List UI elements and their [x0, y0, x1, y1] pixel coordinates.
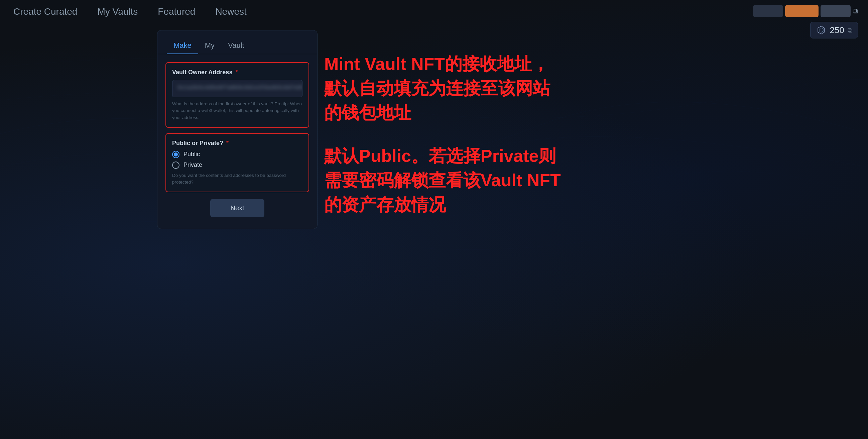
expand-icon[interactable]: ⧉ — [852, 7, 858, 16]
nft-external-link-icon[interactable]: ⧉ — [847, 26, 852, 34]
radio-private[interactable]: Private — [172, 162, 303, 169]
card-tabs: Make My Vault — [157, 30, 317, 54]
vault-owner-hint: What is the address of the first owner o… — [172, 100, 303, 121]
nav-newest[interactable]: Newest — [215, 6, 246, 17]
radio-private-label: Private — [184, 162, 202, 169]
wallet-area: ⧉ — [753, 5, 858, 17]
nft-score-value: 250 — [830, 25, 844, 35]
wallet-button-1[interactable] — [753, 5, 783, 17]
vault-owner-input[interactable]: 0x1a2b3c4d5e6f7a8b9c0d1e2f3a4b5c6d7e8f — [172, 80, 303, 97]
wallet-button-2[interactable] — [785, 5, 818, 17]
required-star-address: * — [234, 69, 238, 76]
radio-public[interactable]: Public — [172, 151, 303, 158]
wallet-buttons: ⧉ — [753, 5, 858, 17]
vault-owner-label: Vault Owner Address * — [172, 69, 303, 76]
svg-marker-1 — [819, 28, 823, 32]
next-button-wrapper: Next — [165, 199, 309, 221]
wallet-button-3[interactable] — [820, 5, 850, 17]
tab-make[interactable]: Make — [167, 37, 198, 54]
annotation-address: Mint Vault NFT的接收地址，默认自动填充为连接至该网站的钱包地址 — [324, 52, 558, 125]
radio-public-label: Public — [184, 151, 200, 158]
visibility-section: Public or Private? * Public Private Do y… — [165, 133, 309, 193]
nav-featured[interactable]: Featured — [158, 6, 195, 17]
nft-score-badge: 250 ⧉ — [810, 22, 858, 38]
visibility-hint: Do you want the contents and addresses t… — [172, 172, 303, 186]
radio-public-circle[interactable] — [172, 151, 180, 158]
tab-vault[interactable]: Vault — [221, 37, 251, 54]
address-value-blurred: 0x1a2b3c4d5e6f7a8b9c0d1e2f3a4b5c6d7e8f — [178, 84, 297, 90]
vault-owner-section: Vault Owner Address * 0x1a2b3c4d5e6f7a8b… — [165, 62, 309, 128]
main-card: Make My Vault Vault Owner Address * 0x1a… — [157, 30, 317, 229]
svg-marker-0 — [818, 26, 825, 34]
required-star-visibility: * — [225, 140, 228, 146]
nft-icon — [816, 25, 827, 35]
radio-private-circle[interactable] — [172, 162, 180, 169]
nav-my-vaults[interactable]: My Vaults — [97, 6, 138, 17]
tab-my[interactable]: My — [198, 37, 221, 54]
top-navigation: Create Curated My Vaults Featured Newest — [0, 0, 868, 23]
visibility-label: Public or Private? * — [172, 140, 303, 147]
next-button[interactable]: Next — [210, 199, 264, 217]
nav-create-curated[interactable]: Create Curated — [13, 6, 77, 17]
annotation-visibility: 默认Public。若选择Private则需要密码解锁查看该Vault NFT的资… — [324, 144, 565, 217]
card-content: Vault Owner Address * 0x1a2b3c4d5e6f7a8b… — [157, 54, 317, 229]
